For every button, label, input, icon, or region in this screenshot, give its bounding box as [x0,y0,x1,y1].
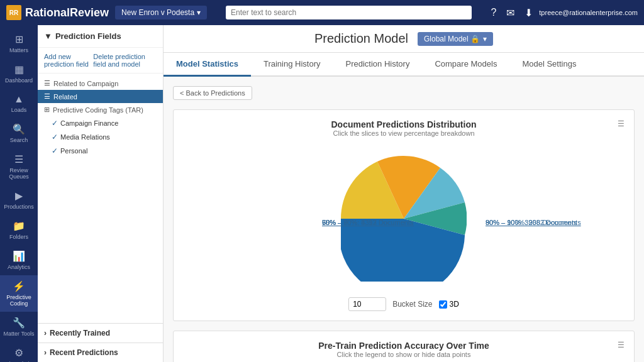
sidebar-item-label: Predictive Coding [3,294,35,307]
chevron-down-icon: ▾ [197,8,201,17]
sidebar-item-search[interactable]: 🔍 Search [0,118,38,148]
site-admin-icon: ⚙ [14,347,23,359]
bucket-controls: Bucket Size 3D [183,297,625,311]
content-body: < Back to Predictions Document Predictio… [164,77,644,362]
bucket-size-label: Bucket Size [392,300,432,309]
panel-actions: Add new prediction field Delete predicti… [38,48,163,74]
predictive-coding-icon: ⚡ [13,280,25,292]
search-container [226,6,472,19]
media-relations-item[interactable]: ✓ Media Relations [38,130,163,144]
model-selector[interactable]: Global Model 🔒 ▾ [418,32,493,46]
related-item[interactable]: ☰ Related [38,90,163,103]
topbar-icons: ? ✉ ⬇ [491,7,533,19]
analytics-icon: 📊 [13,250,25,262]
back-button[interactable]: < Back to Predictions [173,86,252,100]
collapse-icon[interactable]: ▼ [44,31,52,41]
recent-predictions-title: › Recent Predictions [44,348,157,357]
chart-menu-icon[interactable]: ☰ [618,119,625,128]
sidebar-item-review-queues[interactable]: ☰ Review Queues [0,148,38,185]
check-icon: ✓ [52,119,58,128]
expand-icon: › [44,348,47,357]
pie-label-80-90[interactable]: 80% – 90%: 3268 Documents [486,219,577,226]
accuracy-chart-title: Pre-Train Prediction Accuracy Over Time [318,341,489,351]
grid-icon: ⊞ [44,106,50,114]
tab-model-statistics[interactable]: Model Statistics [164,53,251,77]
recently-trained-section[interactable]: › Recently Trained [38,323,163,343]
sidebar-item-label: Loads [11,107,27,113]
sidebar-item-matter-tools[interactable]: 🔧 Matter Tools [0,312,38,342]
sidebar-item-analytics[interactable]: 📊 Analytics [0,245,38,275]
tab-prediction-history[interactable]: Prediction History [333,53,423,77]
sidebar-item-label: Dashboard [5,77,33,84]
download-icon[interactable]: ⬇ [525,7,533,19]
sidebar-item-label: Matters [9,47,28,53]
tab-model-settings[interactable]: Model Settings [509,53,589,77]
pie-label-70-80[interactable]: 70% – 80%: 3312 Documents [322,219,414,226]
list-icon: ☰ [44,92,50,101]
recently-trained-title: › Recently Trained [44,329,157,337]
review-queues-icon: ☰ [14,153,23,165]
mail-icon[interactable]: ✉ [506,7,514,19]
folders-icon: 📁 [13,220,25,232]
left-panel-header: ▼ Prediction Fields [38,25,163,48]
matter-tools-icon: 🔧 [13,317,25,329]
main-content: Prediction Model Global Model 🔒 ▾ Model … [164,25,644,362]
accuracy-chart-subtitle: Click the legend to show or hide data po… [318,351,489,358]
pie-chart-container: 55% – 60%: 4397 Documents 60% – 70%: 539… [183,146,625,291]
sidebar-item-label: Search [10,137,28,143]
logo-text: RationalReview [25,6,109,19]
sidebar-item-matters[interactable]: ⊞ Matters [0,28,38,58]
tree-section: ☰ Related to Campaign ☰ Related ⊞ Predic… [38,74,163,161]
sidebar-item-label: Review Queues [3,167,35,180]
predictive-coding-group: ⊞ Predictive Coding Tags (TAR) [38,103,163,116]
campaign-finance-item[interactable]: ✓ Campaign Finance [38,116,163,130]
page-title: Prediction Model [314,31,408,46]
delete-prediction-field-link[interactable]: Delete prediction field and model [93,53,157,68]
topbar: RR RationalReview New Enron v Podesta ▾ … [0,0,644,25]
add-prediction-field-link[interactable]: Add new prediction field [44,53,90,68]
accuracy-chart-card: Pre-Train Prediction Accuracy Over Time … [173,331,635,362]
logo: RR RationalReview [6,5,109,20]
personal-item[interactable]: ✓ Personal [38,144,163,158]
nav-sidebar: ⊞ Matters ▦ Dashboard ▲ Loads 🔍 Search ☰… [0,25,38,362]
sidebar-item-productions[interactable]: ▶ Productions [0,185,38,215]
recent-predictions-section[interactable]: › Recent Predictions [38,343,163,362]
sidebar-item-label: Analytics [8,264,30,270]
logo-icon: RR [6,5,21,20]
sidebar-item-predictive-coding[interactable]: ⚡ Predictive Coding [0,275,38,312]
list-icon: ☰ [44,79,50,87]
pie-chart-subtitle: Click the slices to view percentage brea… [331,129,477,137]
loads-icon: ▲ [14,94,24,105]
sidebar-item-site-admin[interactable]: ⚙ Site Admin [0,342,38,362]
related-to-campaign-group: ☰ Related to Campaign [38,77,163,90]
dashboard-icon: ▦ [14,63,24,75]
search-icon: 🔍 [13,123,25,135]
bucket-size-input[interactable] [348,297,386,311]
check-icon: ✓ [52,133,58,141]
3d-checkbox[interactable] [439,300,447,309]
3d-checkbox-container: 3D [439,300,459,309]
content-header: Prediction Model Global Model 🔒 ▾ [164,25,644,53]
help-icon[interactable]: ? [491,7,496,18]
sidebar-item-label: Folders [9,234,28,240]
tab-compare-models[interactable]: Compare Models [422,53,509,77]
chevron-down-icon: ▾ [483,35,487,43]
sidebar-item-loads[interactable]: ▲ Loads [0,89,38,118]
pie-chart-title: Document Predictions Distribution [331,119,477,129]
sidebar-item-dashboard[interactable]: ▦ Dashboard [0,58,38,89]
left-panel: ▼ Prediction Fields Add new prediction f… [38,25,164,362]
matter-selector[interactable]: New Enron v Podesta ▾ [115,6,207,19]
search-input[interactable] [226,6,472,19]
matters-icon: ⊞ [15,33,23,45]
check-icon: ✓ [52,146,58,155]
tab-training-history[interactable]: Training History [251,53,333,77]
3d-label: 3D [450,300,459,309]
expand-icon: › [44,329,47,337]
prediction-fields-title: ▼ Prediction Fields [44,31,157,41]
sidebar-item-label: Matter Tools [4,331,35,337]
accuracy-chart-menu-icon[interactable]: ☰ [618,341,625,349]
user-email: tpreece@rationalenterprise.com [539,9,638,16]
sidebar-item-label: Productions [4,204,34,210]
productions-icon: ▶ [15,190,23,202]
sidebar-item-folders[interactable]: 📁 Folders [0,215,38,245]
